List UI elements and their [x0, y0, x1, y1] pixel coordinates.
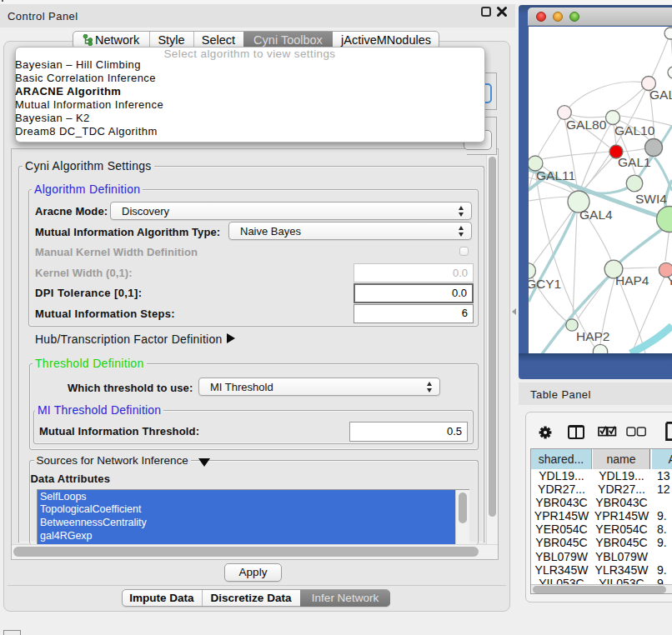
svg-text:GCY1: GCY1	[529, 277, 561, 291]
svg-text:GAL2: GAL2	[649, 88, 672, 102]
svg-text:GAL11: GAL11	[536, 168, 575, 182]
svg-text:GAL1: GAL1	[618, 155, 651, 169]
svg-text:SWI4: SWI4	[635, 192, 667, 206]
svg-text:GAL4: GAL4	[579, 208, 613, 222]
svg-text:GAL10: GAL10	[614, 123, 655, 138]
svg-text:HAP2: HAP2	[576, 329, 610, 343]
svg-text:GAL80: GAL80	[566, 118, 607, 132]
svg-text:HAP4: HAP4	[615, 273, 649, 288]
svg-text:YM: YM	[667, 273, 672, 288]
